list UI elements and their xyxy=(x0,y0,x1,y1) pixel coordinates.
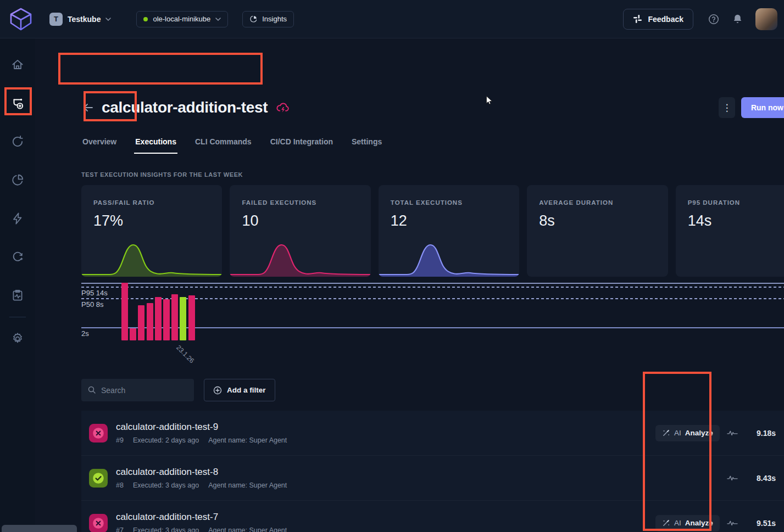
clipboard-pulse-icon xyxy=(10,288,25,303)
sidebar-item-workflows[interactable] xyxy=(0,84,35,122)
execution-row[interactable]: calculator-addition-test-8#8Executed: 3 … xyxy=(81,456,784,501)
execution-info: calculator-addition-test-9#9Executed: 2 … xyxy=(116,422,287,444)
add-filter-label: Add a filter xyxy=(227,386,266,394)
status-failed-icon xyxy=(89,424,108,443)
tab-cli-commands[interactable]: CLI Commands xyxy=(194,133,253,157)
execution-row[interactable]: calculator-addition-test-9#9Executed: 2 … xyxy=(81,411,784,456)
status-passed-icon xyxy=(89,469,108,488)
user-avatar[interactable] xyxy=(755,8,777,30)
sparkline-chart xyxy=(81,236,222,277)
card-label: AVERAGE DURATION xyxy=(539,199,655,206)
storm-cloud-icon xyxy=(275,100,290,115)
duration-bar-failed[interactable] xyxy=(130,328,136,340)
tab-ci-cd-integration[interactable]: CI/CD Integration xyxy=(269,133,334,157)
card-label: TOTAL EXECUTIONS xyxy=(391,199,507,206)
page-title: calculator-addition-test xyxy=(99,99,270,116)
sparkline-chart xyxy=(230,236,370,277)
card-value: 8s xyxy=(539,212,655,229)
pie-chart-icon xyxy=(10,173,25,187)
insight-card: P95 DURATION14s xyxy=(676,185,784,277)
insight-cards: PASS/FAIL RATIO17%FAILED EXECUTIONS10TOT… xyxy=(81,185,784,277)
magic-wand-icon xyxy=(662,519,670,527)
insight-card: PASS/FAIL RATIO17% xyxy=(81,185,222,277)
org-name: Testkube xyxy=(68,15,101,24)
sidebar-item-home[interactable] xyxy=(0,46,35,84)
run-now-button[interactable]: Run now xyxy=(741,97,784,118)
lightning-icon xyxy=(10,211,25,226)
agent-name: Agent name: Super Agent xyxy=(208,527,287,532)
environment-name: ole-local-minikube xyxy=(153,15,210,23)
bell-icon[interactable] xyxy=(732,13,743,25)
x-axis-tick-label: 23.1.26 xyxy=(175,344,196,365)
execution-row-actions: AIAnalyze9.18s⋮ xyxy=(655,425,784,441)
sidebar-item-status-pages[interactable] xyxy=(0,276,35,315)
page-kebab-button[interactable]: ⋮ xyxy=(719,97,735,118)
sidebar xyxy=(0,38,35,532)
insight-card: TOTAL EXECUTIONS12 xyxy=(379,185,519,277)
sidebar-item-insights[interactable] xyxy=(0,161,35,199)
add-filter-button[interactable]: Add a filter xyxy=(204,379,275,401)
duration-bar-failed[interactable] xyxy=(121,283,128,340)
execution-number: #9 xyxy=(116,436,124,444)
page-actions: ⋮ Run now xyxy=(719,97,784,118)
run-now-split-button: Run now xyxy=(741,97,784,118)
tab-executions[interactable]: Executions xyxy=(134,133,177,157)
ai-analyze-label: Analyze xyxy=(685,429,713,437)
search-input[interactable] xyxy=(81,379,194,401)
execution-row[interactable]: calculator-addition-test-7#7Executed: 3 … xyxy=(81,501,784,532)
execution-number: #7 xyxy=(116,527,124,532)
tab-overview[interactable]: Overview xyxy=(81,133,118,157)
help-icon[interactable] xyxy=(708,13,720,25)
card-label: PASS/FAIL RATIO xyxy=(93,199,210,206)
executions-list: calculator-addition-test-9#9Executed: 2 … xyxy=(81,411,784,532)
testkube-logo[interactable] xyxy=(9,7,33,32)
plus-circle-icon xyxy=(213,386,222,395)
execution-meta: #8Executed: 3 days agoAgent name: Super … xyxy=(116,481,287,489)
sidebar-item-webhooks[interactable] xyxy=(0,199,35,238)
home-icon xyxy=(10,58,25,72)
insights-section-label: TEST EXECUTION INSIGHTS FOR THE LAST WEE… xyxy=(81,171,243,178)
ai-analyze-prefix: AI xyxy=(674,429,681,437)
card-value: 12 xyxy=(391,212,507,229)
reference-line-dashed xyxy=(81,287,784,288)
sidebar-item-settings[interactable] xyxy=(0,320,35,358)
execution-duration: 9.18s xyxy=(745,429,776,438)
ai-analyze-slot: AIAnalyze xyxy=(655,425,716,441)
waveform-icon xyxy=(727,429,738,436)
tab-settings[interactable]: Settings xyxy=(351,133,383,157)
link-preview-tooltip xyxy=(2,525,77,532)
execution-duration: 9.51s xyxy=(745,519,776,528)
execution-duration: 8.43s xyxy=(745,474,776,483)
org-selector[interactable]: T Testkube xyxy=(49,13,111,26)
duration-bar-failed[interactable] xyxy=(188,295,195,340)
duration-bar-failed[interactable] xyxy=(155,297,162,340)
ai-analyze-button[interactable]: AIAnalyze xyxy=(655,515,720,531)
duration-bar-chart: P95 14sP50 8s2s23.1.26 xyxy=(81,280,784,367)
duration-bar-passed[interactable] xyxy=(180,297,186,340)
execution-meta: #7Executed: 3 days agoAgent name: Super … xyxy=(116,527,287,532)
duration-bar-failed[interactable] xyxy=(171,294,178,340)
duration-bar-failed[interactable] xyxy=(163,299,170,340)
refresh-icon xyxy=(10,135,25,149)
app-root: T Testkube ole-local-minikube Insights xyxy=(0,0,784,532)
ai-analyze-button[interactable]: AIAnalyze xyxy=(655,425,720,441)
reference-line-label: 2s xyxy=(81,329,89,338)
ai-analyze-label: Analyze xyxy=(685,519,713,527)
feedback-label: Feedback xyxy=(648,15,683,24)
back-button[interactable] xyxy=(81,101,94,114)
execution-time: Executed: 3 days ago xyxy=(133,527,199,532)
execution-meta: #9Executed: 2 days agoAgent name: Super … xyxy=(116,436,287,444)
duration-bar-failed[interactable] xyxy=(147,303,153,340)
loop-sparkle-icon xyxy=(10,250,25,264)
feedback-button[interactable]: Feedback xyxy=(623,9,693,30)
sidebar-item-triggers[interactable] xyxy=(0,122,35,161)
insights-button[interactable]: Insights xyxy=(242,11,294,27)
execution-info: calculator-addition-test-7#7Executed: 3 … xyxy=(116,512,287,532)
card-value: 10 xyxy=(242,212,358,229)
environment-selector[interactable]: ole-local-minikube xyxy=(136,11,228,27)
card-label: FAILED EXECUTIONS xyxy=(242,199,358,206)
sidebar-item-agents[interactable] xyxy=(0,238,35,276)
execution-name: calculator-addition-test-9 xyxy=(116,422,287,433)
execution-info: calculator-addition-test-8#8Executed: 3 … xyxy=(116,467,287,489)
duration-bar-failed[interactable] xyxy=(138,305,144,340)
